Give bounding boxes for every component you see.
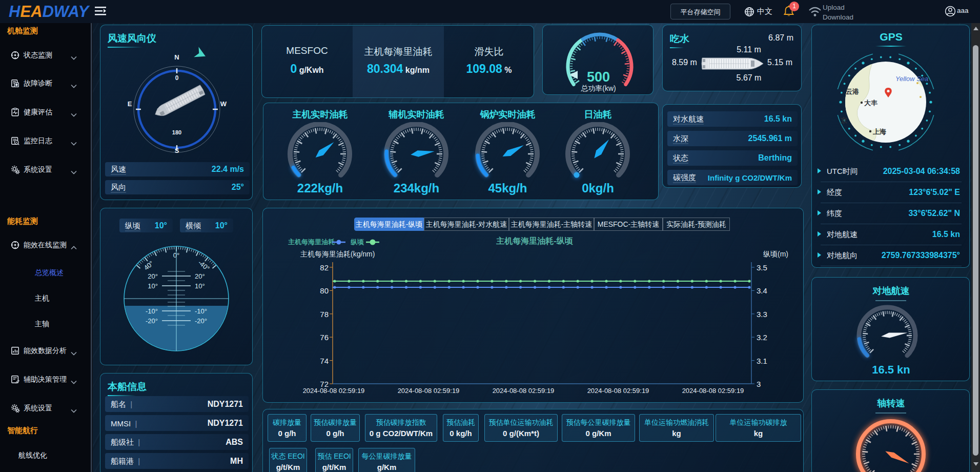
svg-text:20°: 20° <box>195 272 205 280</box>
svg-text:云港: 云港 <box>846 88 859 95</box>
svg-text:-10°: -10° <box>146 307 158 315</box>
svg-text:10°: 10° <box>148 282 158 290</box>
svg-text:-20°: -20° <box>146 317 158 325</box>
svg-text:N: N <box>174 53 179 61</box>
svg-text:上海: 上海 <box>873 128 886 135</box>
svg-text:0: 0 <box>175 74 179 82</box>
svg-text:京: 京 <box>840 116 847 124</box>
svg-text:10°: 10° <box>195 282 205 290</box>
svg-text:-10°: -10° <box>195 307 207 315</box>
svg-text:-20°: -20° <box>195 317 207 325</box>
svg-text:S: S <box>175 147 179 154</box>
svg-text:大丰: 大丰 <box>864 99 877 107</box>
svg-text:W: W <box>220 100 227 108</box>
svg-text:40°: 40° <box>142 259 155 271</box>
svg-text:-40°: -40° <box>197 259 211 272</box>
svg-text:180: 180 <box>172 129 181 135</box>
svg-text:20°: 20° <box>148 272 158 280</box>
svg-text:Yellow Sea: Yellow Sea <box>895 75 928 83</box>
svg-text:E: E <box>128 100 132 108</box>
